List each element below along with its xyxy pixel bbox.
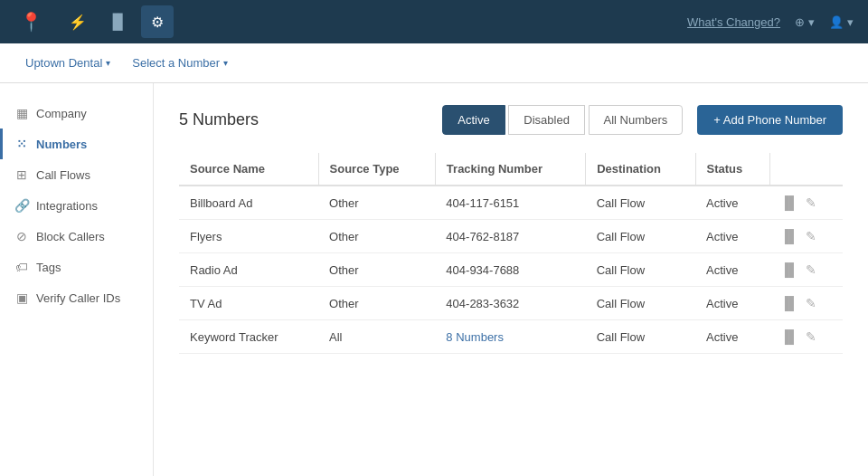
tracking-number-cell: 404-762-8187 <box>435 220 585 253</box>
table-row: TV Ad Other 404-283-3632 Call Flow Activ… <box>179 287 843 320</box>
tracking-number-cell: 404-117-6151 <box>435 186 585 220</box>
actions-cell: ▐▌ ✎ <box>769 320 843 354</box>
destination-cell: Call Flow <box>586 320 695 354</box>
tags-icon: 🏷 <box>14 260 29 274</box>
table-header-row: Source Name Source Type Tracking Number … <box>179 153 843 186</box>
block-callers-icon: ⊘ <box>14 229 29 243</box>
tracking-number-value: 404-117-6151 <box>446 196 519 210</box>
edit-icon[interactable]: ✎ <box>806 262 816 277</box>
lightning-icon[interactable]: ⚡ <box>61 5 94 38</box>
tracking-number-value: 404-762-8187 <box>446 230 519 243</box>
status-cell: Active <box>695 253 769 287</box>
sidebar-item-tags[interactable]: 🏷 Tags <box>0 252 153 282</box>
analytics-icon[interactable]: ▐▌ <box>780 296 798 310</box>
org-chevron-icon: ▾ <box>106 58 110 68</box>
main-layout: ▦ Company ⁙ Numbers ⊞ Call Flows 🔗 Integ… <box>0 83 868 476</box>
support-icon: ⊕ <box>795 15 805 29</box>
source-name-cell: Flyers <box>179 220 318 253</box>
number-select-label: Select a Number <box>132 56 220 70</box>
call-flows-icon: ⊞ <box>14 167 29 182</box>
actions-cell: ▐▌ ✎ <box>769 287 843 320</box>
sidebar-item-numbers-label: Numbers <box>36 138 87 151</box>
analytics-icon[interactable]: ▐▌ <box>780 229 798 243</box>
top-nav-right: What's Changed? ⊕ ▾ 👤 ▾ <box>687 15 854 29</box>
numbers-icon: ⁙ <box>14 137 29 151</box>
source-name-cell: TV Ad <box>179 287 318 320</box>
sidebar-item-call-flows[interactable]: ⊞ Call Flows <box>0 159 153 190</box>
analytics-icon[interactable]: ▐▌ <box>780 262 798 277</box>
filter-active-button[interactable]: Active <box>442 105 505 135</box>
nav-icons-group: 📍 ⚡ ▐▌ ⚙ <box>14 5 174 38</box>
tracking-number-link[interactable]: 8 Numbers <box>446 330 504 344</box>
sidebar-item-tags-label: Tags <box>36 261 61 274</box>
filter-group: Active Disabled All Numbers <box>442 105 683 135</box>
number-selector[interactable]: Select a Number ▾ <box>125 52 235 73</box>
edit-icon[interactable]: ✎ <box>806 195 816 210</box>
chevron-support-icon: ▾ <box>808 15 815 29</box>
actions-cell: ▐▌ ✎ <box>769 253 843 287</box>
source-type-cell: Other <box>318 220 435 253</box>
main-content: 5 Numbers Active Disabled All Numbers + … <box>154 83 868 476</box>
tracking-number-cell: 404-934-7688 <box>435 253 585 287</box>
org-selector[interactable]: Uptown Dental ▾ <box>18 52 118 73</box>
table-row: Flyers Other 404-762-8187 Call Flow Acti… <box>179 220 843 253</box>
user-button[interactable]: 👤 ▾ <box>829 15 854 29</box>
actions-cell: ▐▌ ✎ <box>769 220 843 253</box>
sidebar-item-verify-label: Verify Caller IDs <box>36 291 120 305</box>
sidebar-item-company-label: Company <box>36 107 87 120</box>
logo-icon[interactable]: 📍 <box>14 5 47 38</box>
edit-icon[interactable]: ✎ <box>806 229 816 243</box>
tracking-number-cell: 404-283-3632 <box>435 287 585 320</box>
col-source-name: Source Name <box>179 153 318 186</box>
bar-chart-icon[interactable]: ▐▌ <box>101 5 134 38</box>
analytics-icon[interactable]: ▐▌ <box>780 329 798 344</box>
sidebar-item-integrations-label: Integrations <box>36 199 98 213</box>
numbers-table: Source Name Source Type Tracking Number … <box>179 153 843 354</box>
table-row: Billboard Ad Other 404-117-6151 Call Flo… <box>179 186 843 220</box>
source-type-cell: Other <box>318 253 435 287</box>
tracking-number-value: 404-934-7688 <box>446 263 519 277</box>
destination-cell: Call Flow <box>586 287 695 320</box>
destination-cell: Call Flow <box>586 186 695 220</box>
edit-icon[interactable]: ✎ <box>806 329 816 344</box>
source-type-cell: Other <box>318 287 435 320</box>
col-status: Status <box>695 153 769 186</box>
status-cell: Active <box>695 287 769 320</box>
sub-navigation: Uptown Dental ▾ Select a Number ▾ <box>0 43 868 83</box>
support-button[interactable]: ⊕ ▾ <box>795 15 815 29</box>
filter-all-button[interactable]: All Numbers <box>589 105 684 135</box>
table-row: Radio Ad Other 404-934-7688 Call Flow Ac… <box>179 253 843 287</box>
sidebar-item-block-callers[interactable]: ⊘ Block Callers <box>0 221 153 252</box>
sidebar: ▦ Company ⁙ Numbers ⊞ Call Flows 🔗 Integ… <box>0 83 154 476</box>
chevron-user-icon: ▾ <box>847 15 854 29</box>
table-row: Keyword Tracker All 8 Numbers Call Flow … <box>179 320 843 354</box>
header-right: Active Disabled All Numbers + Add Phone … <box>442 105 843 135</box>
tracking-number-value: 404-283-3632 <box>446 297 519 310</box>
verify-icon: ▣ <box>14 290 29 305</box>
analytics-icon[interactable]: ▐▌ <box>780 195 798 210</box>
integrations-icon: 🔗 <box>14 198 29 213</box>
sidebar-item-numbers[interactable]: ⁙ Numbers <box>0 129 153 159</box>
source-name-cell: Billboard Ad <box>179 186 318 220</box>
destination-cell: Call Flow <box>586 253 695 287</box>
tracking-number-cell: 8 Numbers <box>435 320 585 354</box>
top-navigation: 📍 ⚡ ▐▌ ⚙ What's Changed? ⊕ ▾ 👤 ▾ <box>0 0 868 43</box>
destination-cell: Call Flow <box>586 220 695 253</box>
source-type-cell: Other <box>318 186 435 220</box>
sidebar-item-company[interactable]: ▦ Company <box>0 98 153 129</box>
number-chevron-icon: ▾ <box>223 58 228 68</box>
sidebar-item-verify-caller-ids[interactable]: ▣ Verify Caller IDs <box>0 282 153 313</box>
col-tracking-number: Tracking Number <box>435 153 585 186</box>
edit-icon[interactable]: ✎ <box>806 296 816 310</box>
whats-changed-link[interactable]: What's Changed? <box>687 15 780 29</box>
company-icon: ▦ <box>14 106 29 120</box>
user-icon: 👤 <box>829 15 844 29</box>
col-destination: Destination <box>586 153 695 186</box>
settings-icon[interactable]: ⚙ <box>141 5 174 38</box>
filter-disabled-button[interactable]: Disabled <box>508 105 585 135</box>
col-actions <box>769 153 843 186</box>
add-phone-number-button[interactable]: + Add Phone Number <box>697 105 843 135</box>
source-name-cell: Radio Ad <box>179 253 318 287</box>
col-source-type: Source Type <box>318 153 435 186</box>
sidebar-item-integrations[interactable]: 🔗 Integrations <box>0 190 153 221</box>
